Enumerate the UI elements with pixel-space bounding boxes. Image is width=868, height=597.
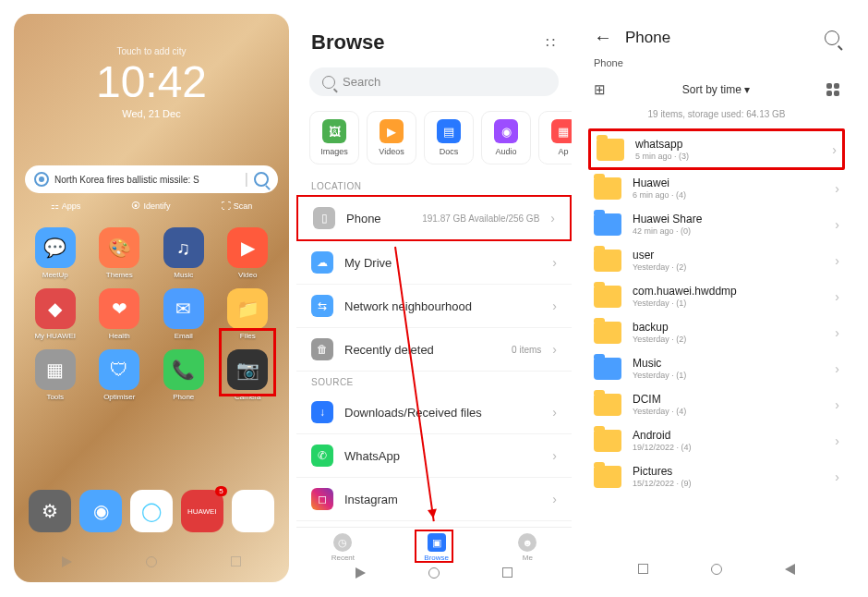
category-videos[interactable]: ▶Videos [367,111,416,164]
network-icon: ⇆ [311,295,333,317]
app-icon: 🛡 [99,349,139,390]
chevron-right-icon: › [835,217,839,232]
location-phone[interactable]: ▯ Phone 191.87 GB Available/256 GB › [296,195,572,241]
folder-icon [594,466,621,488]
quick-scan[interactable]: ⛶Scan [222,201,253,211]
quick-actions: ⚏Apps ⦿Identify ⛶Scan [25,201,278,211]
folder-android[interactable]: Android19/12/2022 · (4)› [579,422,854,458]
nav-home-icon[interactable] [146,556,157,567]
category-ap[interactable]: ▦Ap [538,111,572,164]
instagram-icon: ◻ [311,488,333,510]
whatsapp-icon: ✆ [311,445,333,467]
search-icon [322,76,335,89]
headline-search-bar[interactable]: North Korea fires ballistic missile: S | [25,165,278,193]
phone-folder-screen: ← Phone Phone ⊞ Sort by time 19 items, s… [579,14,854,582]
dock-gallery[interactable]: ✿ [232,490,274,532]
app-video[interactable]: ▶Video [218,227,279,279]
date: Wed, 21 Dec [25,108,278,119]
search-icon[interactable] [825,30,839,45]
folder-backup[interactable]: backupYesterday · (2)› [579,314,854,350]
app-icon: ♫ [163,227,204,268]
folder-dcim[interactable]: DCIMYesterday · (4)› [579,386,854,422]
app-health[interactable]: ❤Health [90,288,151,340]
dock-search[interactable]: ◯ [130,490,173,532]
app-themes[interactable]: 🎨Themes [90,227,151,279]
source-section: SOURCE [296,372,572,391]
nav-home-icon[interactable] [711,564,722,575]
folder-icon [594,358,621,380]
nav-back-icon[interactable] [356,567,366,579]
source-downloads[interactable]: ↓ Downloads/Received files › [296,391,572,434]
location-section: LOCATION [296,176,572,195]
quick-apps[interactable]: ⚏Apps [51,201,81,211]
clock: 10:42 [25,60,278,104]
search-icon[interactable] [254,172,269,187]
category-images[interactable]: 🖼Images [309,111,359,164]
app-icon: ◆ [35,288,76,329]
headline-text: North Korea fires ballistic missile: S [54,175,239,185]
location-mydrive[interactable]: ☁ My Drive › [296,241,572,285]
folder-pictures[interactable]: Pictures15/12/2022 · (9)› [579,458,854,494]
dock-settings[interactable]: ⚙ [29,490,71,532]
clock-icon: ◷ [333,533,352,552]
app-icon: ❤ [99,288,139,329]
app-meetup[interactable]: 💬MeetUp [25,227,86,279]
category-icon: ▶ [380,119,404,143]
browse-highlight [415,530,453,563]
chevron-right-icon: › [835,181,839,196]
folder-whatsapp[interactable]: whatsapp5 min ago · (3)› [588,128,845,170]
nav-recent-icon[interactable] [502,567,512,578]
nav-browse[interactable]: ▣Browse [424,533,449,562]
search-input[interactable]: Search [309,67,559,96]
chevron-right-icon: › [552,298,557,313]
chevron-right-icon: › [552,448,557,463]
quick-identify[interactable]: ⦿Identify [131,201,170,211]
chevron-right-icon: › [835,325,839,340]
category-audio[interactable]: ◉Audio [481,111,531,164]
category-icon: ◉ [494,119,518,143]
app-icon: ▦ [35,349,76,390]
folder-music[interactable]: MusicYesterday · (1)› [579,350,854,386]
nav-me[interactable]: ☻Me [518,533,536,562]
dock-appgallery[interactable]: HUAWEI5 [181,490,223,532]
nav-recent[interactable]: ◷Recent [332,533,355,562]
app-phone[interactable]: 📞Phone [153,349,214,401]
folder-huawei[interactable]: Huawei6 min ago · (4)› [579,170,854,206]
add-city-hint[interactable]: Touch to add city [25,46,278,56]
source-whatsapp[interactable]: ✆ WhatsApp › [296,434,572,478]
category-icon: ▤ [437,119,461,143]
app-tools[interactable]: ▦Tools [25,349,86,401]
nav-home-icon[interactable] [428,567,440,579]
new-folder-icon[interactable]: ⊞ [594,81,606,98]
folder-huawei-share[interactable]: Huawei Share42 min ago · (0)› [579,206,854,242]
app-optimiser[interactable]: 🛡Optimiser [90,349,151,401]
grid-view-icon[interactable] [826,83,839,96]
back-button[interactable]: ← [594,27,612,48]
breadcrumb[interactable]: Phone [579,55,854,76]
location-recently-deleted[interactable]: 🗑 Recently deleted 0 items › [296,328,572,372]
chevron-right-icon: › [550,211,555,225]
nav-recent-icon[interactable] [638,564,648,574]
location-network[interactable]: ⇆ Network neighbourhood › [296,285,572,328]
category-icon: 🖼 [322,119,346,143]
phone-icon: ▯ [313,207,335,229]
app-my-huawei[interactable]: ◆My HUAWEI [25,288,86,340]
app-email[interactable]: ✉Email [153,288,214,340]
app-music[interactable]: ♫Music [153,227,214,279]
browse-screen: Browse ∷ Search 🖼Images▶Videos▤Docs◉Audi… [296,14,572,582]
nav-back-icon[interactable] [785,564,795,575]
nav-recent-icon[interactable] [231,556,241,567]
chevron-right-icon: › [835,361,839,376]
compass-icon [34,172,49,187]
chevron-right-icon: › [832,142,837,157]
category-row: 🖼Images▶Videos▤Docs◉Audio▦Ap [296,100,572,176]
dock-browser[interactable]: ◉ [79,490,122,532]
sort-button[interactable]: Sort by time [682,83,750,96]
category-docs[interactable]: ▤Docs [424,111,474,164]
menu-icon[interactable]: ∷ [546,34,557,52]
folder-icon [594,213,621,236]
folder-user[interactable]: userYesterday · (2)› [579,242,854,278]
nav-back-icon[interactable] [62,556,72,567]
folder-com-huawei-hwddmp[interactable]: com.huawei.hwddmpYesterday · (1)› [579,278,854,314]
folder-icon [594,430,621,452]
